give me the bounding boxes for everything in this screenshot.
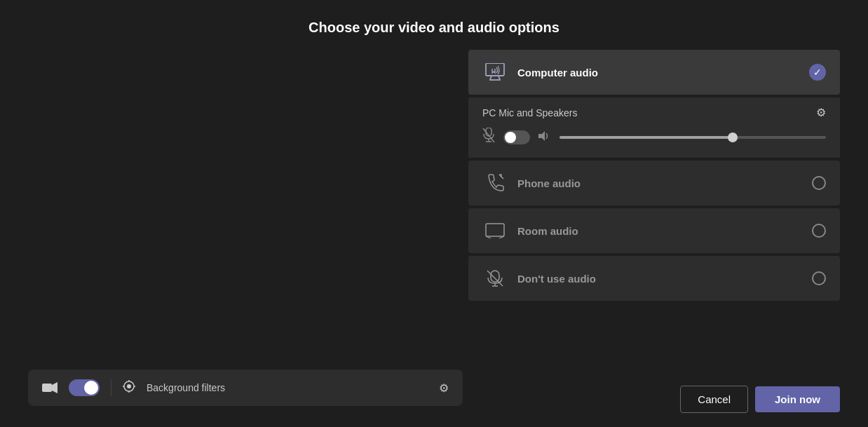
svg-rect-20 — [486, 224, 504, 236]
svg-line-10 — [499, 76, 500, 80]
video-preview — [28, 50, 463, 370]
background-filters-icon — [123, 380, 135, 395]
svg-point-3 — [127, 384, 131, 388]
phone-audio-label: Phone audio — [517, 177, 802, 189]
join-now-button[interactable]: Join now — [755, 386, 840, 412]
mic-speakers-section: PC Mic and Speakers ⚙ — [468, 97, 840, 158]
no-audio-radio — [812, 271, 826, 285]
svg-line-9 — [490, 76, 491, 80]
cancel-button[interactable]: Cancel — [680, 386, 748, 413]
volume-icon — [538, 130, 551, 144]
computer-audio-check: ✓ — [809, 64, 826, 81]
svg-marker-16 — [538, 131, 545, 141]
audio-option-computer[interactable]: Computer audio ✓ — [468, 50, 840, 95]
camera-icon — [42, 382, 57, 393]
computer-audio-label: Computer audio — [517, 67, 799, 79]
mic-toggle[interactable] — [503, 130, 530, 144]
divider — [111, 379, 111, 396]
svg-marker-1 — [52, 382, 57, 393]
room-audio-label: Room audio — [517, 225, 802, 237]
page-title: Choose your video and audio options — [308, 20, 560, 36]
mic-controls — [482, 128, 826, 147]
volume-slider[interactable] — [560, 136, 826, 139]
volume-slider-thumb[interactable] — [728, 133, 738, 142]
gear-icon[interactable]: ⚙ — [439, 381, 449, 395]
camera-toggle-knob — [84, 381, 98, 395]
room-audio-icon — [482, 218, 508, 243]
right-panel: Computer audio ✓ PC Mic and Speakers ⚙ — [468, 50, 840, 427]
phone-audio-radio — [812, 176, 826, 190]
svg-rect-23 — [491, 271, 499, 282]
volume-slider-fill — [560, 136, 733, 139]
audio-option-room[interactable]: Room audio — [468, 208, 840, 253]
computer-audio-icon — [482, 60, 508, 85]
mic-speakers-label: PC Mic and Speakers — [482, 107, 577, 118]
audio-option-phone[interactable]: Phone audio — [468, 161, 840, 205]
svg-rect-0 — [42, 384, 52, 392]
no-audio-icon — [482, 266, 508, 291]
left-panel: Background filters ⚙ — [28, 50, 463, 427]
mic-mute-icon[interactable] — [482, 128, 495, 147]
phone-audio-icon — [482, 170, 508, 196]
bottom-bar: Background filters ⚙ — [28, 370, 463, 406]
mic-speakers-gear[interactable]: ⚙ — [816, 106, 826, 119]
mic-toggle-knob — [505, 132, 516, 143]
mic-speakers-header: PC Mic and Speakers ⚙ — [482, 106, 826, 119]
camera-toggle[interactable] — [69, 379, 100, 396]
background-filters-label: Background filters — [147, 382, 428, 393]
button-row: Cancel Join now — [680, 386, 840, 413]
no-audio-label: Don't use audio — [517, 273, 802, 285]
audio-option-none[interactable]: Don't use audio — [468, 256, 840, 301]
room-audio-radio — [812, 224, 826, 238]
